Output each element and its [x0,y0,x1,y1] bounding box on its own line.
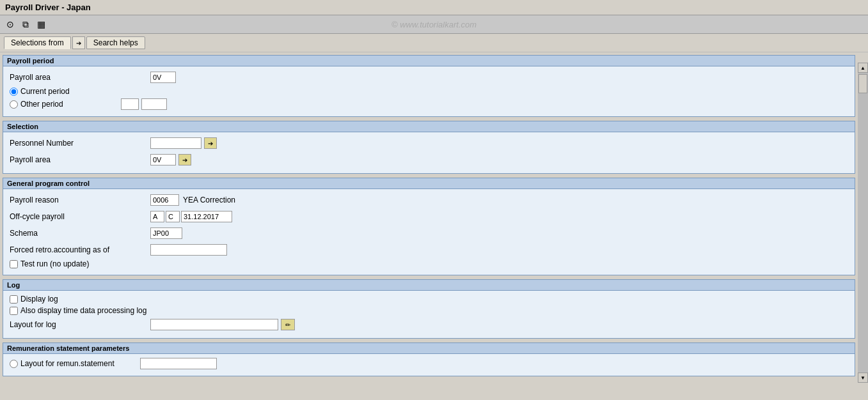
other-period-input1[interactable] [121,98,139,110]
payroll-area-row: Payroll area [10,70,848,84]
app-title: Payroll Driver - Japan [5,3,91,12]
current-period-radio[interactable] [10,88,18,96]
layout-remun-radio[interactable] [10,360,18,368]
watermark: © www.tutorialkart.com [391,20,477,29]
other-period-label: Other period [20,100,63,109]
payroll-period-body: Payroll area Current period Other period [3,66,855,116]
log-title: Log [3,280,855,291]
tab-arrow-icon[interactable]: ➔ [72,36,85,49]
selection-section: Selection Personnel Number ➔ Payroll are… [3,121,855,174]
payroll-reason-text: YEA Correction [183,196,235,204]
selections-from-tab[interactable]: Selections from [4,36,71,49]
clock-icon[interactable]: ⊙ [4,18,17,31]
selection-payroll-area-label: Payroll area [10,155,150,164]
remuneration-section: Remuneration statement parameters Layout… [3,342,855,376]
current-period-label: Current period [20,87,70,96]
tabs-row: Selections from ➔ Search helps [0,34,868,52]
schema-row: Schema [10,226,848,240]
current-period-row: Current period [10,87,848,96]
personnel-number-arrow-btn[interactable]: ➔ [204,137,217,149]
display-log-label: Display log [20,295,58,304]
other-period-input2[interactable] [141,98,167,110]
also-display-label: Also display time data processing log [20,306,146,315]
main-wrapper: Payroll period Payroll area Current peri… [0,52,868,383]
test-run-checkbox[interactable] [10,260,18,268]
scroll-down-btn[interactable]: ▼ [858,373,868,383]
payroll-area-input[interactable] [150,72,176,83]
payroll-period-section: Payroll period Payroll area Current peri… [3,55,855,117]
off-cycle-label: Off-cycle payroll [10,212,150,221]
search-helps-tab[interactable]: Search helps [86,36,145,49]
selection-payroll-area-row: Payroll area ➔ [10,153,848,167]
personnel-number-input[interactable] [150,137,201,149]
personnel-number-row: Personnel Number ➔ [10,136,848,150]
selection-title: Selection [3,121,855,132]
off-cycle-inputs [150,211,232,222]
selection-payroll-area-input[interactable] [150,154,176,165]
remuneration-title: Remuneration statement parameters [3,343,855,354]
off-cycle-date-input[interactable] [181,211,232,222]
other-period-radio[interactable] [10,100,18,109]
scroll-track [858,73,868,373]
forced-retro-input[interactable] [150,244,227,256]
layout-log-edit-btn[interactable]: ✏ [281,319,295,330]
payroll-period-title: Payroll period [3,56,855,66]
form-area: Payroll period Payroll area Current peri… [0,52,858,383]
schema-label: Schema [10,229,150,238]
off-cycle-input2[interactable] [166,211,180,222]
display-log-checkbox[interactable] [10,295,18,304]
layout-log-row: Layout for log ✏ [10,318,848,332]
payroll-reason-row: Payroll reason YEA Correction [10,193,848,207]
other-period-row: Other period [10,98,848,110]
general-program-control-title: General program control [3,178,855,189]
off-cycle-row: Off-cycle payroll [10,210,848,224]
layout-remun-label: Layout for remun.statement [20,359,114,368]
layout-remun-row: Layout for remun.statement [10,358,848,369]
layout-log-label: Layout for log [10,320,150,329]
general-program-control-body: Payroll reason YEA Correction Off-cycle … [3,189,855,275]
off-cycle-input1[interactable] [150,211,164,222]
payroll-reason-label: Payroll reason [10,196,150,204]
remuneration-body: Layout for remun.statement [3,354,855,376]
title-bar: Payroll Driver - Japan [0,0,868,15]
toolbar: ⊙ ⧉ ▦ © www.tutorialkart.com [0,15,868,34]
payroll-area-label: Payroll area [10,73,150,82]
general-program-control-section: General program control Payroll reason Y… [3,178,855,275]
scroll-thumb[interactable] [858,74,867,93]
forced-retro-label: Forced retro.accounting as of [10,245,150,254]
save-icon[interactable]: ▦ [35,18,47,31]
personnel-number-label: Personnel Number [10,139,150,148]
test-run-row: Test run (no update) [10,259,848,268]
layout-remun-input[interactable] [140,358,217,369]
test-run-label: Test run (no update) [20,259,89,268]
scroll-up-btn[interactable]: ▲ [858,63,868,73]
also-display-row: Also display time data processing log [10,306,848,315]
schema-input[interactable] [150,227,182,239]
also-display-checkbox[interactable] [10,307,18,315]
payroll-reason-code-input[interactable] [150,194,179,206]
selection-payroll-area-arrow-btn[interactable]: ➔ [178,154,191,165]
selection-body: Personnel Number ➔ Payroll area ➔ [3,132,855,173]
other-period-inputs [121,98,167,110]
forced-retro-row: Forced retro.accounting as of [10,243,848,257]
log-section: Log Display log Also display time data p… [3,279,855,339]
right-scrollbar: ▲ ▼ [858,52,868,383]
display-log-row: Display log [10,295,848,304]
copy-icon[interactable]: ⧉ [19,18,32,31]
layout-log-input[interactable] [150,319,278,330]
log-body: Display log Also display time data proce… [3,291,855,338]
